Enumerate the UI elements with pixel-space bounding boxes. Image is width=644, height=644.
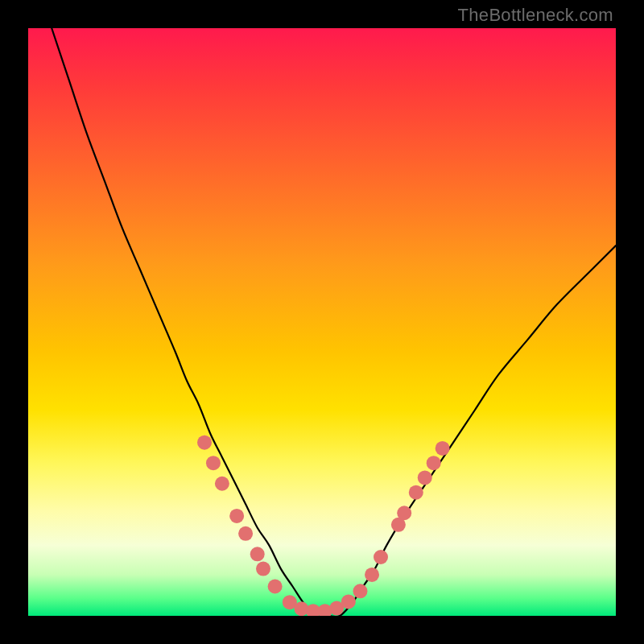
curve-marker: [215, 477, 229, 491]
curve-marker: [353, 584, 367, 598]
curve-marker: [418, 470, 432, 485]
curve-marker: [206, 456, 221, 470]
chart-frame: TheBottleneck.com: [0, 0, 644, 644]
curve-marker: [427, 456, 441, 470]
curve-marker: [436, 441, 450, 456]
bottleneck-curve-svg: [28, 28, 616, 616]
curve-marker: [256, 562, 270, 576]
curve-marker: [341, 594, 356, 609]
curve-marker: [197, 436, 212, 450]
curve-marker: [229, 509, 244, 523]
curve-marker: [365, 568, 379, 582]
bottleneck-curve: [52, 28, 616, 616]
curve-marker: [238, 526, 253, 541]
curve-markers: [197, 436, 450, 616]
curve-marker: [268, 580, 283, 594]
curve-marker: [397, 506, 411, 520]
watermark-text: TheBottleneck.com: [458, 5, 613, 26]
curve-marker: [409, 485, 423, 500]
plot-area: [28, 28, 616, 616]
curve-marker: [374, 550, 388, 564]
curve-marker: [250, 547, 265, 561]
